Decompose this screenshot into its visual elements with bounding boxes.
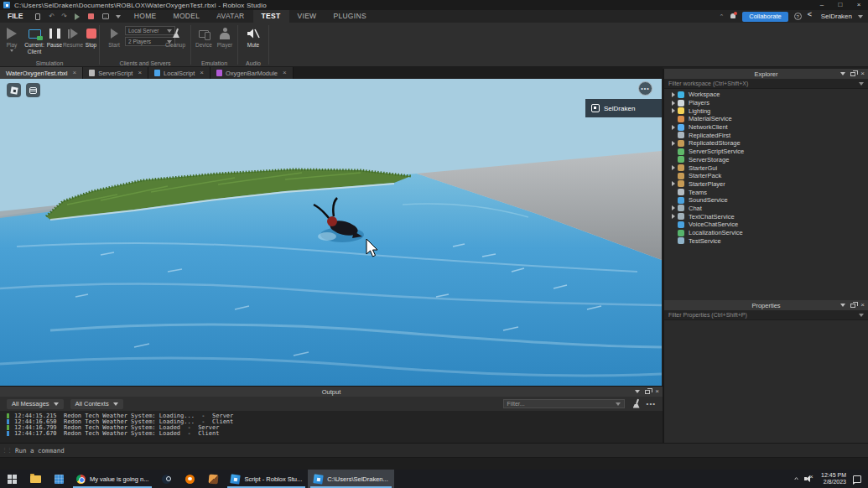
panel-close-icon[interactable]: × [860,303,865,308]
drag-handle-icon[interactable]: ⋮⋮ [2,447,12,454]
explorer-item-workspace[interactable]: Workspace [664,91,868,99]
chat-toggle-button[interactable] [26,83,40,97]
pinned-app-button[interactable] [47,470,70,488]
maximize-button[interactable]: □ [831,0,850,10]
doc-tab-wateroxygentest-rbxl[interactable]: WaterOxygenTest.rbxl× [0,67,83,79]
output-filter-input[interactable]: Filter... [503,399,625,408]
menu-tab-home[interactable]: HOME [126,10,165,23]
explorer-item-lighting[interactable]: Lighting [664,106,868,115]
quick-play-icon[interactable] [75,13,80,20]
explorer-item-networkclient[interactable]: NetworkClient [664,123,868,132]
player-list[interactable]: SelDraken [585,99,662,117]
explorer-item-chat[interactable]: Chat [664,205,868,213]
roblox-menu-button[interactable] [7,83,21,97]
chrome-task-button[interactable]: My value is going n... [70,470,154,488]
output-log-line[interactable]: 12:44:17.670 Redon Tech Weather System: … [0,430,663,436]
panel-close-icon[interactable]: × [655,389,659,394]
explorer-item-serverscriptservice[interactable]: ServerScriptService [664,148,868,156]
expand-arrow-icon[interactable] [672,125,675,130]
cleanup-button[interactable]: Cleanup [164,25,187,49]
output-options-icon[interactable]: ••• [647,400,656,408]
menu-tab-model[interactable]: MODEL [165,10,209,23]
expand-arrow-icon[interactable] [672,92,675,97]
expand-arrow-icon[interactable] [672,141,675,146]
explorer-item-startergui[interactable]: StarterGui [664,164,868,172]
contexts-filter-dropdown[interactable]: All Contexts [70,399,123,409]
explorer-item-teams[interactable]: Teams [664,188,868,196]
command-bar[interactable]: ⋮⋮ Run a command [0,443,868,458]
action-center-icon[interactable] [853,475,861,483]
expand-arrow-icon[interactable] [672,165,675,170]
collaborate-button[interactable]: Collaborate [742,12,787,22]
panel-float-icon[interactable] [850,72,855,76]
quick-stop-icon[interactable] [88,13,94,19]
device-button[interactable]: Device [194,25,214,49]
user-menu-caret-icon[interactable] [858,15,863,18]
menu-tab-view[interactable]: VIEW [289,10,325,23]
explorer-filter-input[interactable]: Filter workspace (Ctrl+Shift+X) [664,79,868,89]
panel-collapse-icon[interactable] [635,390,640,393]
close-button[interactable]: × [850,0,868,10]
explorer-item-testservice[interactable]: TestService [664,236,868,245]
explorer-item-voicechatservice[interactable]: VoiceChatService [664,221,868,229]
explorer-item-replicatedstorage[interactable]: ReplicatedStorage [664,139,868,148]
share-icon[interactable] [808,13,815,20]
menu-tab-avatar[interactable]: AVATAR [208,10,252,23]
expand-arrow-icon[interactable] [672,101,675,106]
resume-button[interactable]: Resume [62,25,84,49]
play-dropdown-icon[interactable] [10,49,13,52]
command-input[interactable]: Run a command [15,447,65,454]
messages-filter-dropdown[interactable]: All Messages [7,399,64,409]
panel-collapse-icon[interactable] [840,304,845,307]
undo-icon[interactable]: ↶ [49,10,55,23]
doc-tab-localscript[interactable]: LocalScript× [148,67,211,79]
close-tab-icon[interactable]: × [73,70,77,76]
panel-float-icon[interactable] [645,390,650,394]
pause-button[interactable]: Pause [46,25,63,49]
game-app-button[interactable] [201,470,225,488]
file-explorer-button[interactable] [23,470,47,488]
active-roblox-studio-task-button[interactable]: C:\Users\SelDraken... [308,470,394,488]
emotes-menu-button[interactable]: ••• [638,81,652,96]
stop-button[interactable]: Stop [83,25,99,49]
start-server-button[interactable]: Start [105,25,123,49]
panel-close-icon[interactable]: × [860,71,865,76]
explorer-item-replicatedfirst[interactable]: ReplicatedFirst [664,131,868,139]
volume-muted-icon[interactable] [804,475,814,483]
file-menu[interactable]: FILE [0,10,30,23]
panel-float-icon[interactable] [850,304,855,308]
doc-tab-oxygenbarmodule[interactable]: OxygenBarModule× [211,67,294,79]
doc-tab-serverscript[interactable]: ServerScript× [83,67,148,79]
close-tab-icon[interactable]: × [138,70,142,76]
panel-collapse-icon[interactable] [840,72,845,75]
minimize-button[interactable]: – [813,0,831,10]
steam-button[interactable] [154,470,178,488]
properties-filter-input[interactable]: Filter Properties (Ctrl+Shift+P) [664,310,868,320]
notifications-bell-icon[interactable] [730,13,736,20]
taskbar-clock[interactable]: 12:45 PM 2/8/2023 [821,472,846,485]
explorer-item-starterplayer[interactable]: StarterPlayer [664,180,868,189]
explorer-item-starterpack[interactable]: StarterPack [664,172,868,180]
start-button[interactable] [0,470,23,488]
explorer-item-soundservice[interactable]: SoundService [664,196,868,205]
redo-icon[interactable]: ↷ [61,10,67,23]
blender-button[interactable] [178,470,201,488]
current-client-button[interactable]: Current: Client [23,25,46,55]
ribbon-collapse-icon[interactable]: ⌃ [719,13,724,20]
menu-tab-plugins[interactable]: PLUGINS [325,10,374,23]
quick-run-icon[interactable] [102,13,109,19]
explorer-item-serverstorage[interactable]: ServerStorage [664,156,868,164]
tray-expand-icon[interactable]: ^ [794,476,798,482]
user-menu[interactable]: SelDraken [821,13,852,20]
expand-arrow-icon[interactable] [672,181,675,186]
play-button[interactable]: Play [3,25,21,52]
close-tab-icon[interactable]: × [283,70,287,76]
explorer-item-localizationservice[interactable]: LocalizationService [664,229,868,237]
player-emulation-button[interactable]: Player [215,25,235,49]
clear-output-icon[interactable] [632,399,642,409]
menu-tab-test[interactable]: TEST [253,10,289,23]
close-tab-icon[interactable]: × [200,70,204,76]
roblox-studio-task-button[interactable]: Script - Roblox Stu... [225,470,308,488]
3d-viewport[interactable]: ••• SelDraken [0,79,662,386]
help-icon[interactable]: ? [794,13,802,20]
